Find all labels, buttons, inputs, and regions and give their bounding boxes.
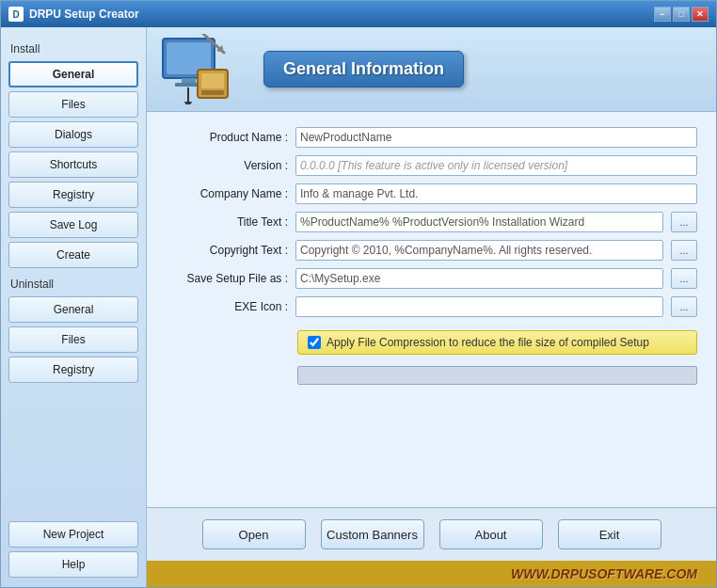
page-title: General Information [263,51,464,87]
header-area: General Information [147,27,716,112]
copyright-browse-button[interactable]: ... [671,240,697,261]
title-text-browse-button[interactable]: ... [671,212,697,232]
website-text: WWW.DRPUSOFTWARE.COM [511,566,697,581]
maximize-button[interactable]: □ [673,7,690,22]
compression-checkbox-row: Apply File Compression to reduce the fil… [297,330,697,355]
compression-label: Apply File Compression to reduce the fil… [327,336,649,349]
sidebar-item-install-general[interactable]: General [8,61,138,87]
company-name-input[interactable] [295,183,697,204]
sidebar-item-uninstall-registry[interactable]: Registry [8,357,138,383]
main-area: General Information Product Name : Versi… [147,27,716,561]
titlebar-buttons: − □ ✕ [654,7,709,22]
sidebar-item-install-shortcuts[interactable]: Shortcuts [8,151,138,178]
title-text-input[interactable] [295,212,663,232]
product-name-input[interactable] [295,127,697,148]
title-text-row: Title Text : ... [166,212,697,232]
company-name-label: Company Name : [166,187,288,200]
titlebar: D DRPU Setup Creator − □ ✕ [1,1,716,27]
exe-icon-row: EXE Icon : ... [166,296,697,317]
help-button[interactable]: Help [8,551,138,578]
exe-icon-label: EXE Icon : [166,300,288,313]
footer: Open Custom Banners About Exit [147,507,716,561]
exit-button[interactable]: Exit [558,519,661,549]
minimize-button[interactable]: − [654,7,671,22]
product-name-row: Product Name : [166,127,697,148]
company-name-row: Company Name : [166,183,697,204]
svg-rect-7 [201,73,224,88]
sidebar-item-install-files[interactable]: Files [8,91,138,118]
window-title: DRPU Setup Creator [29,8,139,21]
version-label: Version : [166,159,288,172]
sidebar-item-install-savelog[interactable]: Save Log [8,212,138,238]
form-area: Product Name : Version : Company Name : … [147,112,716,507]
sidebar-item-uninstall-general[interactable]: General [8,296,138,323]
save-setup-row: Save Setup File as : ... [166,268,697,289]
product-name-label: Product Name : [166,131,288,144]
titlebar-left: D DRPU Setup Creator [8,7,139,22]
svg-rect-8 [201,90,224,95]
title-text-label: Title Text : [166,215,288,229]
main-window: D DRPU Setup Creator − □ ✕ Install Gener… [0,0,717,588]
copyright-row: Copyright Text : ... [166,240,697,261]
copyright-label: Copyright Text : [166,244,288,257]
save-setup-input[interactable] [295,268,663,289]
version-input[interactable] [295,155,697,176]
exe-icon-input[interactable] [295,296,663,317]
about-button[interactable]: About [439,519,543,549]
bottom-bar: WWW.DRPUSOFTWARE.COM [147,561,716,587]
sidebar-item-install-dialogs[interactable]: Dialogs [8,121,138,148]
copyright-input[interactable] [295,240,663,261]
compression-checkbox[interactable] [308,336,321,349]
content-area: Install General Files Dialogs Shortcuts … [1,27,716,587]
exe-icon-browse-button[interactable]: ... [671,296,697,317]
sidebar-item-install-registry[interactable]: Registry [8,182,138,208]
open-button[interactable]: Open [202,519,306,549]
progress-row [297,366,697,385]
new-project-button[interactable]: New Project [8,521,138,548]
app-icon: D [8,7,24,22]
close-button[interactable]: ✕ [692,7,709,22]
sidebar-item-uninstall-files[interactable]: Files [8,326,138,353]
svg-marker-10 [184,102,192,104]
sidebar-item-install-create[interactable]: Create [8,242,138,268]
main-wrapper: General Information Product Name : Versi… [147,27,716,587]
install-section-label: Install [8,42,138,56]
save-setup-label: Save Setup File as : [166,272,288,285]
custom-banners-button[interactable]: Custom Banners [321,519,424,549]
logo-svg [158,34,233,104]
progress-bar [297,366,697,385]
save-setup-browse-button[interactable]: ... [671,268,697,289]
logo-area [158,34,233,104]
version-row: Version : [166,155,697,176]
sidebar: Install General Files Dialogs Shortcuts … [1,27,147,587]
svg-rect-2 [182,78,196,83]
uninstall-section-label: Uninstall [8,278,138,291]
